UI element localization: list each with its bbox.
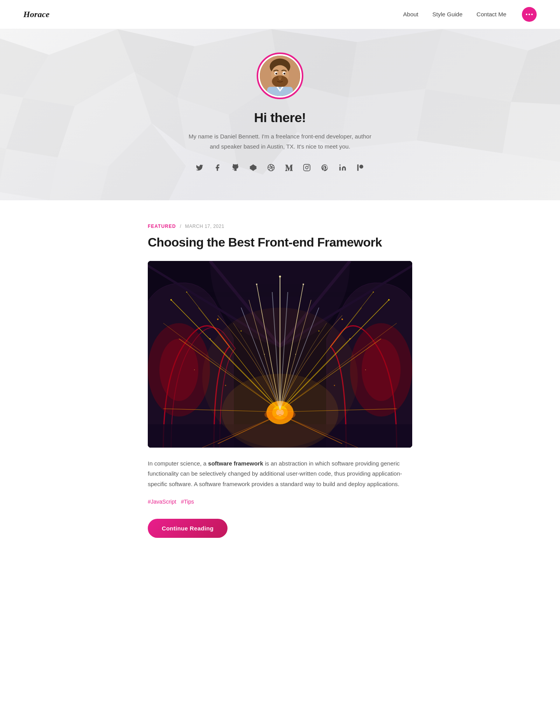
avatar-ring — [257, 52, 303, 99]
navbar: Horace About Style Guide Contact Me — [0, 0, 560, 29]
github-icon[interactable] — [230, 162, 241, 173]
site-logo[interactable]: Horace — [23, 9, 49, 19]
svg-point-90 — [365, 369, 366, 370]
continue-reading-button[interactable]: Continue Reading — [148, 519, 228, 538]
article-tag: FEATURED — [148, 224, 176, 229]
svg-point-31 — [284, 73, 285, 75]
svg-point-37 — [306, 166, 308, 169]
svg-point-30 — [275, 73, 277, 75]
svg-point-89 — [194, 369, 195, 370]
svg-point-85 — [256, 284, 257, 285]
svg-rect-42 — [357, 164, 359, 171]
nav-about[interactable]: About — [403, 11, 418, 18]
codepen-icon[interactable] — [248, 162, 259, 173]
article-tags: #JavaScript #Tips — [148, 499, 412, 505]
article-date: MARCH 17, 2021 — [185, 224, 224, 229]
svg-point-79 — [186, 292, 187, 293]
linkedin-icon[interactable] — [337, 162, 348, 173]
svg-point-38 — [308, 165, 309, 166]
article-body: In computer science, a software framewor… — [148, 458, 412, 489]
nav-contact[interactable]: Contact Me — [476, 11, 506, 18]
article-body-bold: software framework — [208, 460, 263, 467]
article-title: Choosing the Best Front-end Framework — [148, 234, 412, 250]
svg-point-25 — [272, 75, 288, 87]
nav-style-guide[interactable]: Style Guide — [432, 11, 463, 18]
svg-rect-39 — [340, 167, 341, 171]
article-body-text: In computer science, a — [148, 460, 208, 467]
patreon-icon[interactable] — [355, 162, 366, 173]
svg-point-49 — [159, 339, 198, 401]
svg-point-81 — [388, 299, 390, 301]
svg-point-87 — [210, 338, 211, 340]
hero-greeting: Hi there! — [8, 110, 552, 125]
medium-icon[interactable] — [284, 162, 294, 173]
svg-point-41 — [359, 165, 363, 169]
hero-section: Hi there! My name is Daniel Bennett. I'm… — [0, 29, 560, 200]
svg-point-88 — [350, 338, 351, 340]
tag-javascript[interactable]: #JavaScript — [148, 499, 176, 505]
article-featured-image — [148, 261, 412, 448]
avatar-image — [260, 56, 300, 96]
tag-tips[interactable]: #Tips — [181, 499, 194, 505]
avatar-container — [257, 52, 303, 99]
dot-2 — [528, 14, 530, 15]
svg-point-78 — [170, 299, 172, 301]
twitter-icon[interactable] — [194, 162, 205, 173]
dot-1 — [526, 14, 527, 15]
svg-point-86 — [303, 284, 304, 285]
svg-point-80 — [217, 318, 219, 320]
nav-links: About Style Guide Contact Me — [403, 11, 506, 18]
pinterest-icon[interactable] — [319, 162, 330, 173]
svg-rect-36 — [304, 164, 310, 171]
hero-description: My name is Daniel Bennett. I'm a freelan… — [187, 131, 373, 151]
article-separator: / — [180, 224, 181, 229]
svg-point-83 — [341, 318, 343, 320]
social-icons-bar — [8, 162, 552, 173]
article-meta: FEATURED / MARCH 17, 2021 — [148, 224, 412, 229]
svg-point-82 — [373, 292, 374, 293]
article-section: FEATURED / MARCH 17, 2021 Choosing the B… — [140, 200, 420, 569]
instagram-icon[interactable] — [301, 162, 312, 173]
svg-point-84 — [279, 276, 281, 278]
nav-menu-button[interactable] — [522, 7, 537, 22]
dribbble-icon[interactable] — [266, 162, 276, 173]
svg-point-40 — [340, 164, 341, 166]
facebook-icon[interactable] — [212, 162, 223, 173]
dot-3 — [531, 14, 533, 15]
svg-point-51 — [362, 339, 401, 401]
